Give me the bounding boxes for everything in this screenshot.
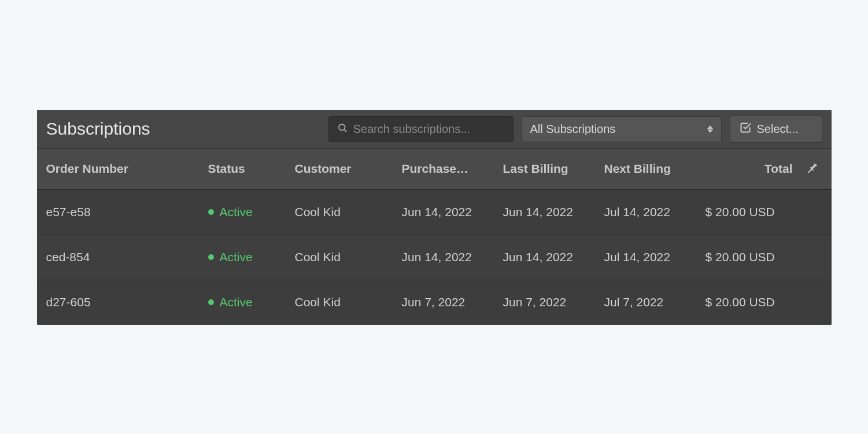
col-total[interactable]: Total <box>706 162 795 176</box>
cell-status: Active <box>208 295 295 309</box>
cell-total: $ 20.00 USD <box>706 205 795 219</box>
cell-next-billing: Jul 7, 2022 <box>604 295 706 309</box>
search-icon <box>337 123 348 135</box>
col-purchase[interactable]: Purchase… <box>402 162 503 176</box>
table-row[interactable]: e57-e58ActiveCool KidJun 14, 2022Jun 14,… <box>37 190 832 235</box>
col-last-billing[interactable]: Last Billing <box>503 162 604 176</box>
subscriptions-panel: Subscriptions All Subscriptions <box>37 110 832 325</box>
cell-next-billing: Jul 14, 2022 <box>604 250 706 264</box>
cell-next-billing: Jul 14, 2022 <box>604 205 706 219</box>
svg-line-1 <box>344 129 346 131</box>
cell-customer: Cool Kid <box>295 250 402 264</box>
status-dot-icon <box>208 209 214 215</box>
table-row[interactable]: ced-854ActiveCool KidJun 14, 2022Jun 14,… <box>37 235 832 280</box>
cell-customer: Cool Kid <box>295 205 402 219</box>
col-status[interactable]: Status <box>208 162 295 176</box>
filter-select[interactable]: All Subscriptions <box>522 116 722 142</box>
status-label: Active <box>220 250 253 264</box>
cell-last-billing: Jun 7, 2022 <box>503 295 604 309</box>
col-order[interactable]: Order Number <box>46 162 208 176</box>
cell-purchase: Jun 14, 2022 <box>402 250 503 264</box>
cell-order: ced-854 <box>46 250 208 264</box>
cell-status: Active <box>208 205 295 219</box>
cell-order: d27-605 <box>46 295 208 309</box>
table-row[interactable]: d27-605ActiveCool KidJun 7, 2022Jun 7, 2… <box>37 280 832 325</box>
col-pin[interactable] <box>795 161 830 177</box>
status-label: Active <box>220 205 253 219</box>
cell-total: $ 20.00 USD <box>706 250 795 264</box>
cell-total: $ 20.00 USD <box>706 295 795 309</box>
select-button-label: Select... <box>757 123 799 136</box>
filter-select-value: All Subscriptions <box>530 123 616 136</box>
checkbox-icon <box>740 122 751 136</box>
select-button[interactable]: Select... <box>730 116 822 143</box>
cell-customer: Cool Kid <box>295 295 402 309</box>
cell-purchase: Jun 7, 2022 <box>402 295 503 309</box>
pin-icon <box>806 161 819 177</box>
table-header: Order Number Status Customer Purchase… L… <box>37 149 832 190</box>
cell-purchase: Jun 14, 2022 <box>402 205 503 219</box>
cell-last-billing: Jun 14, 2022 <box>503 250 604 264</box>
col-next-billing[interactable]: Next Billing <box>604 162 706 176</box>
status-dot-icon <box>208 254 214 260</box>
toolbar: Subscriptions All Subscriptions <box>37 110 832 149</box>
cell-last-billing: Jun 14, 2022 <box>503 205 604 219</box>
col-customer[interactable]: Customer <box>295 162 402 176</box>
cell-order: e57-e58 <box>46 205 208 219</box>
page-title: Subscriptions <box>46 119 150 139</box>
cell-status: Active <box>208 250 295 264</box>
status-label: Active <box>220 295 253 309</box>
search-input[interactable] <box>353 123 505 136</box>
chevron-sort-icon <box>707 125 713 133</box>
search-input-wrapper[interactable] <box>328 116 514 142</box>
status-dot-icon <box>208 299 214 305</box>
